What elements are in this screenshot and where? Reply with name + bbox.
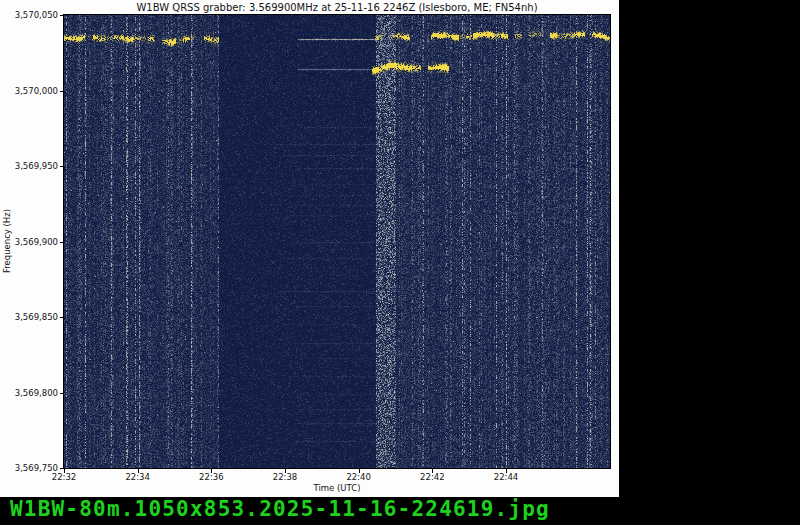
y-tick-mark (60, 166, 64, 167)
y-tick-label: 3,570,050 (0, 10, 58, 20)
x-tick-mark (64, 469, 65, 473)
chart-title: W1BW QRSS grabber: 3.569900MHz at 25-11-… (64, 2, 610, 13)
x-tick-label: 22:38 (257, 472, 313, 482)
y-tick-label: 3,569,950 (0, 161, 58, 171)
filename-text: W1BW-80m.1050x853.2025-11-16-224619.jpg (10, 497, 550, 521)
framebuffer-screen: W1BW QRSS grabber: 3.569900MHz at 25-11-… (0, 0, 800, 525)
x-tick-mark (506, 469, 507, 473)
x-tick-mark (285, 469, 286, 473)
y-tick-label: 3,569,900 (0, 237, 58, 247)
plot-area (63, 14, 611, 469)
x-tick-mark (359, 469, 360, 473)
y-tick-label: 3,570,000 (0, 86, 58, 96)
x-axis-label: Time (UTC) (64, 483, 610, 493)
y-tick-label: 3,569,800 (0, 388, 58, 398)
x-tick-label: 22:32 (36, 472, 92, 482)
y-tick-mark (60, 242, 64, 243)
viewer-status-bar: W1BW-80m.1050x853.2025-11-16-224619.jpg (0, 497, 800, 525)
y-tick-mark (60, 91, 64, 92)
spectrogram-canvas (64, 15, 610, 468)
x-tick-mark (432, 469, 433, 473)
y-tick-label: 3,569,850 (0, 312, 58, 322)
x-tick-mark (138, 469, 139, 473)
y-tick-mark (60, 15, 64, 16)
spectrogram-figure: W1BW QRSS grabber: 3.569900MHz at 25-11-… (0, 0, 619, 497)
x-tick-label: 22:40 (331, 472, 387, 482)
y-tick-mark (60, 393, 64, 394)
x-tick-mark (211, 469, 212, 473)
x-tick-label: 22:34 (110, 472, 166, 482)
x-tick-label: 22:44 (478, 472, 534, 482)
x-tick-label: 22:42 (404, 472, 460, 482)
x-tick-label: 22:36 (183, 472, 239, 482)
y-tick-mark (60, 317, 64, 318)
